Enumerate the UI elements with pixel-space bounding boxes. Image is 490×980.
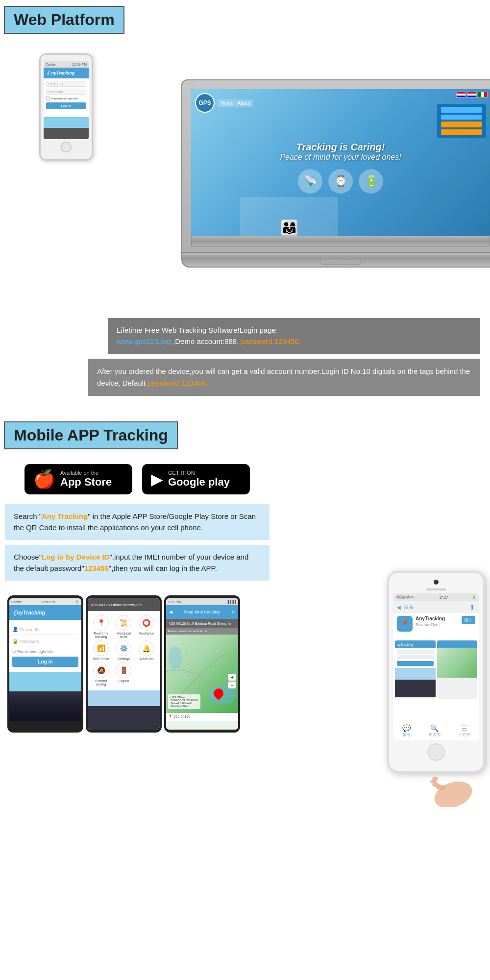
ss2-item-1[interactable]: 📍 Real-time tracking — [91, 615, 111, 638]
info-2-password: password:123456. — [147, 379, 208, 387]
lp-tab-2[interactable]: 🔍 朋友圈 — [429, 724, 441, 737]
flag-2 — [467, 92, 477, 98]
login-text-after: ",then you will can log in the APP. — [109, 564, 217, 572]
ss2-label-geofence: Geofence — [139, 632, 154, 635]
lp-tab-3[interactable]: ☰ 小程序 — [459, 724, 470, 737]
ss2-label-history: Historical route — [113, 632, 134, 638]
lp-mini-screens-row: nyTracking — [395, 640, 477, 699]
login-instruction-box: Choose"Log in by Device ID",input the IM… — [5, 545, 270, 581]
flag-3 — [478, 92, 488, 98]
lp-status-bar: 中国移动 4G 17:27 🔋 — [393, 593, 479, 601]
large-phone-body: 中国移动 4G 17:27 🔋 ◀ 搜索 ⬆ 📍 — [387, 571, 485, 773]
ss1-form: 👤 Device ID 🔒 Password ☐ Remember login … — [9, 620, 81, 672]
screenshot-frame-3: 2:11 PM ▐▐▐▐ ◀ Real-time tracking ↻ V26-… — [164, 595, 240, 733]
ss3-map: LBS Offline 2016-06-22 23:40:09 Speed:0.… — [166, 635, 238, 713]
panel-bar-2 — [441, 115, 482, 120]
gps-logo: GPS — [195, 93, 215, 113]
ss3-marker-label: 📍 V26-04126 — [168, 715, 190, 719]
ss2-item-8[interactable]: 🚪 Logout — [113, 662, 134, 686]
ss2-item-5[interactable]: ⚙️ Settings — [113, 640, 134, 661]
lp-mini-field-2 — [397, 655, 434, 659]
panel-bar-4 — [441, 129, 482, 135]
phone-home-button[interactable] — [61, 142, 72, 152]
screen-nav: Home About — [218, 99, 253, 107]
ss3-refresh-icon[interactable]: ↻ — [231, 610, 235, 614]
ss1-login-button[interactable]: Log in — [12, 657, 78, 667]
lp-back-label: 搜索 — [404, 604, 414, 611]
ss2-city-bg — [88, 690, 160, 730]
device-id-field: Device ID — [46, 81, 86, 87]
login-highlight-1: Log in by Device ID — [42, 553, 109, 561]
lp-time: 17:27 — [439, 596, 448, 599]
ss3-signal: ▐▐▐▐ — [226, 600, 236, 604]
ss3-zoom-in[interactable]: + — [228, 674, 236, 681]
laptop-screen: GPS Home About Tracking is Caring! — [191, 89, 490, 236]
ss1-time: 12:09 PM — [41, 600, 56, 604]
ss1-battery: 🔋 — [75, 600, 79, 604]
family-image: 👨‍👩‍👧 — [240, 197, 338, 236]
mobile-app-section: Mobile APP Tracking 🍎 Available on the A… — [0, 416, 490, 747]
ss3-info-box: LBS Offline 2016-06-22 23:40:09 Speed:0.… — [168, 694, 200, 709]
ss3-zoom-controls: + − — [228, 674, 236, 688]
laptop-bottom — [181, 253, 490, 268]
phone-screen: Carrier 12:09 PM ❴ nyTracking Device ID — [44, 61, 89, 139]
screen-taglines: Tracking is Caring! Peace of mind for yo… — [280, 142, 401, 162]
laptop-base — [191, 236, 490, 247]
lp-mini-screen-2 — [437, 640, 478, 699]
phone-login-button[interactable]: Log in — [46, 102, 86, 109]
app-store-button[interactable]: 🍎 Available on the App Store — [24, 464, 132, 494]
large-phone-screen: 中国移动 4G 17:27 🔋 ◀ 搜索 ⬆ 📍 — [393, 593, 479, 740]
ss2-icon-history: 📜 — [116, 615, 131, 631]
ss2-item-6[interactable]: 🔔 Alarm list — [136, 640, 157, 661]
ss1-device-id-row: 👤 Device ID — [12, 625, 78, 635]
product-icon-2: ⌚ — [328, 169, 353, 194]
lp-share-icon[interactable]: ⬆ — [469, 603, 475, 611]
info-1-text-after: ,Demo account:888, — [173, 337, 239, 345]
lp-open-button[interactable]: 開く — [462, 616, 475, 624]
ss2-item-2[interactable]: 📜 Historical route — [113, 615, 134, 638]
remember-row: Remember login info — [46, 97, 86, 100]
ss3-sub-info: V26-04126,No.9 Baohua Road Shenzhen — [166, 619, 238, 628]
svg-point-2 — [431, 777, 475, 807]
lp-back-arrow[interactable]: ◀ — [397, 605, 401, 610]
ss2-label-wifi: Wifi Fence — [93, 657, 109, 661]
ss1-status-bar: Carrier 12:09 PM 🔋 — [9, 598, 81, 605]
lp-mini-map-header — [437, 640, 478, 648]
ss1-remember-checkbox: ☐ — [12, 649, 16, 654]
phone-status-bar: Carrier 12:09 PM — [44, 61, 89, 68]
ss2-item-3[interactable]: ⭕ Geofence — [136, 615, 157, 638]
ss2-icon-wifi: 📶 — [93, 640, 109, 656]
ss2-icon-realtime: 📍 — [93, 615, 109, 631]
large-phone-camera — [434, 580, 439, 585]
hand-svg — [426, 768, 475, 807]
lp-mini-field-1 — [397, 650, 434, 654]
google-play-button[interactable]: ▶ GET IT ON Google play — [142, 464, 250, 494]
ss2-label-realtime: Real-time tracking — [91, 632, 111, 638]
ss1-app-name: ❮nynyTrackingTracking — [12, 610, 46, 616]
ss3-time: 2:11 PM — [168, 600, 181, 604]
ss1-person-icon: 👤 — [12, 627, 18, 632]
ss1-remember-row: ☐ Remember login info — [12, 649, 78, 654]
ss2-item-7[interactable]: 🔕 Remind setting — [91, 662, 111, 686]
flag-1 — [456, 92, 466, 98]
panel-bar-3 — [441, 122, 482, 127]
lp-app-info: AnyTracking Rushan Chen — [416, 616, 445, 627]
lp-tab-1[interactable]: 💬 微信 — [402, 724, 411, 737]
web-platform-section: Web Platform Carrier 12:09 PM ❴ nyTracki… — [0, 0, 490, 416]
ss3-zoom-out[interactable]: − — [228, 682, 236, 688]
google-play-text: GET IT ON Google play — [168, 470, 230, 489]
ss3-back-btn[interactable]: ◀ — [169, 610, 172, 614]
ss2-icon-logout: 🚪 — [116, 662, 131, 678]
search-instruction-box: Search "Any Tracking" in the Apple APP S… — [5, 504, 270, 540]
product-icon-1: 📡 — [298, 169, 322, 194]
phone-screenshots-row: Carrier 12:09 PM 🔋 ❮nynyTrackingTracking… — [0, 595, 240, 733]
lp-app-listing: 📍 AnyTracking Rushan Chen 開く — [393, 613, 479, 638]
gps123-link[interactable]: www.gps123.org — [117, 337, 171, 345]
lp-app-name: AnyTracking — [416, 616, 445, 621]
ss2-item-4[interactable]: 📶 Wifi Fence — [91, 640, 111, 661]
large-phone-home-button[interactable] — [427, 743, 445, 761]
lp-mini-city-1 — [395, 668, 436, 697]
ss2-status-text: V26-04126 Offline battery:0% — [91, 603, 142, 607]
ss2-icon-geofence: ⭕ — [139, 615, 154, 631]
ss1-remember-text: Remember login info — [17, 649, 53, 654]
